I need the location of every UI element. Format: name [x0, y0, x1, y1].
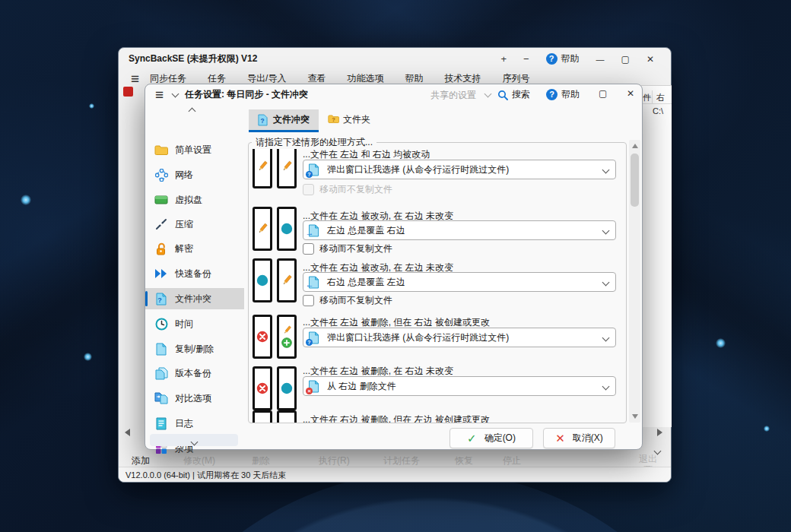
- sidebar-item-file-conflicts[interactable]: ? 文件冲突: [145, 288, 244, 309]
- scrollbar-thumb[interactable]: [631, 154, 639, 207]
- conflict-action-select[interactable]: 左边 总是覆盖 右边: [303, 220, 616, 240]
- scroll-right-arrow-icon[interactable]: [657, 429, 662, 436]
- svg-text:?: ?: [157, 296, 162, 304]
- task-settings-dialog: 任务设置: 每日同步 - 文件冲突 共享的设置 搜索 帮助 简单设置 网络 虚拟…: [145, 84, 643, 450]
- hamburger-menu-icon[interactable]: [131, 71, 139, 86]
- pencil-icon: [256, 223, 268, 235]
- task-grid-sliver: 件 右 C:\: [640, 85, 672, 427]
- tab-file-conflicts[interactable]: ? 文件冲突: [249, 109, 319, 130]
- delete-task-button: 删除: [252, 454, 270, 467]
- conflict-icon-pair: [253, 315, 297, 359]
- close-button[interactable]: [646, 54, 654, 64]
- clock-icon: [154, 317, 168, 331]
- sidebar-scroll-down[interactable]: [150, 434, 238, 446]
- log-icon: [154, 416, 168, 430]
- move-not-copy-checkbox[interactable]: 移动而不复制文件: [303, 294, 392, 307]
- conflict-case-label: ...文件在 右边 被删除, 但在 左边 被创建或更改: [303, 413, 490, 423]
- unchanged-dot-icon: [256, 274, 268, 287]
- schedule-task-button: 计划任务: [383, 454, 420, 467]
- shared-settings-label[interactable]: 共享的设置: [430, 89, 476, 102]
- network-icon: [154, 168, 168, 182]
- conflict-action-select[interactable]: 从 右边 删除文件: [303, 376, 616, 396]
- cancel-button[interactable]: ✕ 取消(X): [543, 428, 615, 448]
- column-header[interactable]: 件: [643, 92, 651, 103]
- dialog-help-button[interactable]: 帮助: [546, 88, 580, 101]
- column-header[interactable]: 右: [656, 92, 665, 103]
- dialog-menu-icon[interactable]: [155, 87, 164, 102]
- conflict-action-select[interactable]: 弹出窗口让我选择 (从命令行运行时跳过文件): [303, 328, 616, 347]
- chevron-down-icon: [602, 166, 610, 173]
- sidebar-item-network[interactable]: 网络: [145, 164, 244, 185]
- sidebar-item-compression[interactable]: 压缩: [145, 214, 244, 235]
- chevron-down-icon: [602, 334, 610, 341]
- sidebar-item-virtual-drive[interactable]: 虚拟盘: [145, 189, 244, 211]
- unchanged-dot-icon: [281, 382, 293, 394]
- compress-icon: [154, 217, 168, 231]
- pencil-icon: [281, 160, 293, 173]
- file-question-icon: ?: [154, 292, 168, 306]
- status-bar: V12.0.0.0 (64-bit) | 试用期将在 30 天后结束: [119, 467, 671, 482]
- sidebar-item-decrypt[interactable]: 解密: [145, 238, 244, 259]
- increase-font-button[interactable]: [500, 54, 507, 64]
- maximize-button[interactable]: [621, 54, 630, 64]
- dialog-maximize-button[interactable]: [599, 88, 607, 98]
- scroll-left-arrow-icon[interactable]: [125, 429, 130, 436]
- dialog-title: 任务设置: 每日同步 - 文件冲突: [185, 88, 308, 101]
- window-title: SyncBackSE (未提升权限) V12: [129, 52, 257, 65]
- svg-text:?: ?: [260, 117, 264, 125]
- run-task-button: 执行(R): [319, 454, 350, 467]
- copy-left-file-icon: [308, 276, 321, 289]
- files-stack-icon: [154, 366, 168, 380]
- prompt-file-icon: [308, 163, 321, 176]
- fast-backup-icon: [154, 267, 168, 280]
- chevron-down-icon: [602, 382, 610, 390]
- x-icon: ✕: [555, 432, 565, 445]
- decrease-font-button[interactable]: [523, 54, 529, 64]
- move-not-copy-checkbox: 移动而不复制文件: [303, 183, 392, 196]
- unchanged-dot-icon: [281, 223, 293, 235]
- sidebar-item-fast-backup[interactable]: 快速备份: [145, 263, 244, 284]
- dialog-close-button[interactable]: [627, 88, 634, 98]
- pencil-icon: [282, 325, 292, 335]
- tab-folders[interactable]: ? 文件夹: [319, 109, 380, 130]
- dialog-titlebar: 任务设置: 每日同步 - 文件冲突 共享的设置 搜索 帮助: [145, 84, 642, 104]
- help-icon: [546, 89, 558, 100]
- conflict-action-select[interactable]: 弹出窗口让我选择 (从命令行运行时跳过文件): [303, 160, 616, 179]
- help-button[interactable]: 帮助: [546, 52, 580, 65]
- sidebar-item-time[interactable]: 时间: [145, 313, 244, 334]
- grid-cell: C:\: [653, 106, 663, 116]
- sidebar-item-log[interactable]: 日志: [145, 413, 244, 434]
- conflict-action-select[interactable]: 右边 总是覆盖 左边: [303, 272, 616, 292]
- groupbox-title: 请指定下述情形的处理方式...: [252, 136, 376, 149]
- sidebar-item-versioning[interactable]: 版本备份: [145, 363, 244, 384]
- created-plus-icon: [281, 337, 292, 348]
- scroll-up-arrow-icon[interactable]: [632, 144, 638, 148]
- status-text: V12.0.0.0 (64-bit) | 试用期将在 30 天后结束: [125, 470, 286, 481]
- profile-status-icon: [123, 87, 133, 97]
- search-icon: [497, 90, 508, 100]
- conflict-icon-pair: [253, 258, 297, 302]
- shared-settings-chevron-icon[interactable]: [484, 90, 492, 98]
- conflict-icon-pair: [253, 410, 297, 423]
- sidebar-scroll-down-icon: [190, 439, 198, 446]
- move-not-copy-checkbox[interactable]: 移动而不复制文件: [303, 242, 392, 255]
- minimize-button[interactable]: [596, 54, 605, 64]
- content-scrollbar[interactable]: [629, 140, 640, 423]
- checkbox-icon: [303, 184, 314, 195]
- delete-file-icon: [308, 380, 321, 393]
- folder-question-icon: ?: [328, 114, 338, 126]
- sidebar-item-easy-setup[interactable]: 简单设置: [145, 139, 244, 160]
- chevron-down-icon[interactable]: [172, 90, 179, 98]
- ok-button[interactable]: ✓ 确定(O): [450, 428, 533, 448]
- sidebar-item-compare-options[interactable]: 对比选项: [145, 388, 244, 409]
- pencil-icon: [256, 160, 268, 173]
- help-icon: [546, 53, 558, 65]
- compare-files-icon: [154, 391, 168, 405]
- search-button[interactable]: 搜索: [497, 88, 530, 101]
- sidebar-scroll-up-icon[interactable]: [189, 108, 196, 116]
- chevron-down-icon: [602, 278, 610, 286]
- conflict-groupbox: ...文件在 左边 和 右边 均被改动 弹出窗口让我选择 (从命令行运行时跳过文…: [248, 142, 627, 423]
- scroll-down-arrow-icon[interactable]: [632, 414, 638, 419]
- sidebar-item-copy-delete[interactable]: 复制/删除: [145, 338, 244, 359]
- conflict-icon-pair: [253, 207, 297, 251]
